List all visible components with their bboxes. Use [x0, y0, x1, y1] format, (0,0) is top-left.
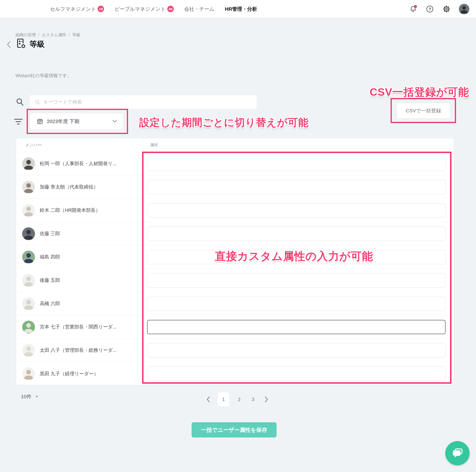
table-header: メンバー 属性: [16, 138, 454, 152]
member-cell: 福島 四郎: [16, 251, 147, 264]
column-divider: [143, 138, 143, 152]
nav-tab-self-management[interactable]: セルフマネジメント 18: [50, 6, 104, 12]
member-avatar: [22, 181, 35, 194]
annotation-period-switch: 設定した期間ごとに切り替えが可能: [139, 116, 309, 130]
notification-dot: [414, 5, 417, 8]
pagination-page-2[interactable]: 2: [235, 392, 243, 407]
member-name: 松岡 一郎（人事部長・人材開発リ...: [40, 160, 117, 167]
search-box: [29, 95, 257, 109]
member-name: 福島 四郎: [40, 254, 60, 260]
attribute-cell: [147, 273, 454, 287]
table-row: 黒田 九子（経理リーダー）: [16, 362, 454, 385]
member-avatar: [22, 274, 35, 287]
nav-tab-people-management[interactable]: ピープルマネジメント 48: [115, 6, 173, 12]
back-button[interactable]: [5, 40, 12, 49]
svg-text:?: ?: [429, 7, 431, 11]
calendar-icon: [37, 118, 43, 124]
member-name: 黒田 九子（経理リーダー）: [40, 371, 99, 377]
member-avatar: [22, 157, 35, 170]
search-input-icon: [35, 99, 40, 106]
table-row: 高橋 六郎: [16, 292, 454, 315]
table-row: 松岡 一郎（人事部長・人材開発リ...: [16, 152, 454, 175]
chat-widget-button[interactable]: [445, 441, 470, 465]
attribute-cell: [147, 297, 454, 311]
search-input[interactable]: [30, 95, 257, 109]
csv-bulk-register-button[interactable]: CSVで一括登録: [396, 103, 450, 118]
breadcrumb-grade[interactable]: 等級: [72, 33, 80, 37]
member-cell: 鈴木 二郎（HR開発本部長）: [16, 204, 147, 217]
pagination: 1 2 3: [205, 391, 270, 407]
attribute-input[interactable]: [147, 157, 445, 171]
table-row: 佐藤 三郎: [16, 222, 454, 245]
nav-badge: 48: [167, 6, 174, 12]
page-title: 等級: [30, 39, 45, 50]
attribute-input[interactable]: [147, 180, 445, 194]
nav-tab-label: セルフマネジメント: [50, 6, 96, 12]
table-row: 太田 八子（管理部長・総務リーダ...: [16, 339, 454, 362]
attribute-input[interactable]: [147, 320, 445, 334]
annotation-direct-input: 直接カスタム属性の入力が可能: [215, 249, 373, 264]
attribute-cell: [147, 227, 454, 241]
attribute-input[interactable]: [147, 227, 445, 241]
period-select[interactable]: 2023年度 下期: [30, 113, 123, 130]
member-avatar: [22, 320, 35, 334]
attribute-cell: [147, 320, 454, 334]
page-description: Wistant社の等級情報です。: [16, 73, 72, 79]
per-page-select[interactable]: 10件 ▼: [21, 393, 38, 400]
member-name: 後藤 五郎: [40, 277, 60, 284]
annotation-csv-bulk: CSV一括登録が可能: [370, 83, 470, 101]
filter-icon: [14, 118, 23, 126]
member-cell: 黒田 九子（経理リーダー）: [16, 367, 147, 380]
nav-tab-label: HR管理・分析: [225, 6, 257, 12]
nav-tab-hr-analytics[interactable]: HR管理・分析: [225, 6, 257, 12]
topbar-icons: ?: [409, 0, 469, 18]
member-name: 高橋 六郎: [40, 300, 60, 307]
attribute-input[interactable]: [147, 343, 445, 357]
member-name: 佐藤 三郎: [40, 230, 60, 237]
nav-tab-label: 会社・チーム: [184, 6, 214, 12]
member-name: 太田 八子（管理部長・総務リーダ...: [40, 347, 117, 354]
attribute-input[interactable]: [147, 367, 445, 381]
bulk-save-button[interactable]: 一括でユーザー属性を保存: [192, 422, 276, 438]
attribute-input[interactable]: [147, 297, 445, 311]
table-row: 加藤 章太朗（代表取締役）: [16, 175, 454, 199]
member-avatar: [22, 297, 35, 310]
search-icon: [16, 98, 24, 107]
member-name: 宮本 七子（営業部長・関西リーダ...: [40, 324, 117, 330]
settings-gear-icon[interactable]: [442, 5, 451, 13]
user-avatar[interactable]: [459, 4, 469, 14]
notification-bell-icon[interactable]: [409, 5, 417, 13]
nav-badge: 18: [98, 6, 104, 12]
member-cell: 佐藤 三郎: [16, 227, 147, 240]
nav-tab-company-team[interactable]: 会社・チーム: [184, 6, 214, 12]
member-name: 鈴木 二郎（HR開発本部長）: [40, 207, 100, 214]
member-avatar: [22, 227, 35, 240]
member-cell: 松岡 一郎（人事部長・人材開発リ...: [16, 157, 147, 170]
attribute-input[interactable]: [147, 203, 445, 218]
member-cell: 太田 八子（管理部長・総務リーダ...: [16, 344, 147, 357]
nav-tab-label: ピープルマネジメント: [115, 6, 165, 12]
table-body: 松岡 一郎（人事部長・人材開発リ... 加藤 章太朗（代表取締役）: [16, 152, 454, 385]
table-row: 宮本 七子（営業部長・関西リーダ...: [16, 315, 454, 339]
member-avatar: [22, 367, 35, 380]
pagination-next-icon[interactable]: [263, 391, 270, 407]
table-row: 後藤 五郎: [16, 269, 454, 292]
breadcrumb-custom-attr[interactable]: カスタム属性: [42, 33, 67, 37]
attribute-cell: [147, 180, 454, 194]
pagination-page-3[interactable]: 3: [249, 392, 257, 407]
main-nav: セルフマネジメント 18 ピープルマネジメント 48 会社・チーム HR管理・分…: [50, 0, 257, 18]
breadcrumb-org[interactable]: 組織の管理: [16, 33, 36, 37]
member-cell: 加藤 章太朗（代表取締役）: [16, 181, 147, 194]
per-page-value: 10件: [21, 393, 32, 400]
attribute-cell: [147, 367, 454, 381]
pagination-prev-icon[interactable]: [205, 391, 212, 407]
chat-bubble-icon: [451, 446, 464, 460]
grade-page-icon: [15, 38, 27, 51]
attribute-input[interactable]: [147, 273, 445, 287]
help-icon[interactable]: ?: [425, 5, 434, 13]
attribute-cell: [147, 343, 454, 357]
member-avatar: [22, 344, 35, 357]
pagination-page-1[interactable]: 1: [218, 392, 229, 407]
member-avatar: [22, 204, 35, 217]
column-header-member: メンバー: [16, 142, 143, 148]
